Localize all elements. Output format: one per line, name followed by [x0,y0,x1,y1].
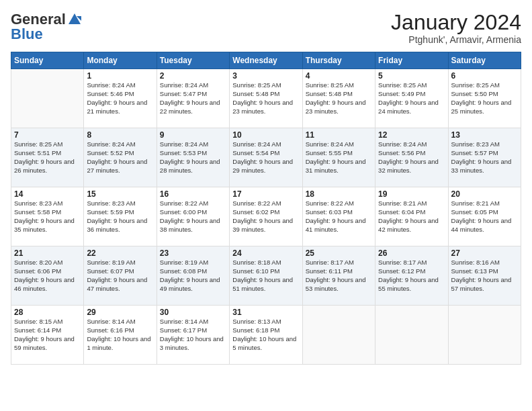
day-info: Sunrise: 8:24 AM Sunset: 5:56 PM Dayligh… [378,140,445,175]
calendar-cell: 7Sunrise: 8:25 AM Sunset: 5:51 PM Daylig… [11,128,84,187]
day-number: 1 [87,71,153,81]
day-number: 18 [306,189,372,199]
calendar-cell: 28Sunrise: 8:15 AM Sunset: 6:14 PM Dayli… [11,306,84,365]
calendar-cell [302,306,375,365]
day-number: 12 [378,130,445,140]
logo-blue: Blue [11,26,43,43]
title-block: January 2024 Ptghunk', Armavir, Armenia [391,11,521,45]
calendar: SundayMondayTuesdayWednesdayThursdayFrid… [11,52,521,365]
day-number: 16 [160,189,226,199]
day-info: Sunrise: 8:24 AM Sunset: 5:53 PM Dayligh… [160,140,226,175]
day-number: 22 [87,248,153,258]
day-info: Sunrise: 8:20 AM Sunset: 6:06 PM Dayligh… [14,259,81,293]
day-number: 9 [160,130,226,140]
day-number: 10 [232,130,299,140]
calendar-cell: 26Sunrise: 8:17 AM Sunset: 6:12 PM Dayli… [375,246,448,306]
day-info: Sunrise: 8:14 AM Sunset: 6:17 PM Dayligh… [160,318,226,352]
calendar-cell: 19Sunrise: 8:21 AM Sunset: 6:04 PM Dayli… [375,187,448,246]
weekday-header-wednesday: Wednesday [230,52,302,69]
calendar-cell: 18Sunrise: 8:22 AM Sunset: 6:03 PM Dayli… [302,187,375,246]
day-number: 23 [160,248,226,258]
logo-icon [67,12,82,27]
day-number: 26 [378,248,445,258]
day-info: Sunrise: 8:22 AM Sunset: 6:00 PM Dayligh… [160,199,226,234]
calendar-week-row: 21Sunrise: 8:20 AM Sunset: 6:06 PM Dayli… [11,246,521,306]
calendar-cell: 14Sunrise: 8:23 AM Sunset: 5:58 PM Dayli… [11,187,84,246]
day-number: 31 [232,308,299,317]
day-number: 11 [306,130,372,140]
day-number: 29 [87,308,153,317]
day-info: Sunrise: 8:23 AM Sunset: 5:59 PM Dayligh… [87,199,153,234]
day-number: 17 [232,189,299,199]
header: General Blue January 2024 Ptghunk', Arma… [11,11,521,45]
day-number: 8 [87,130,153,140]
day-number: 21 [14,248,81,258]
day-number: 13 [451,130,518,140]
calendar-week-row: 1Sunrise: 8:24 AM Sunset: 5:46 PM Daylig… [11,69,521,128]
day-number: 30 [160,308,226,317]
calendar-cell: 6Sunrise: 8:25 AM Sunset: 5:50 PM Daylig… [448,69,521,128]
day-info: Sunrise: 8:22 AM Sunset: 6:03 PM Dayligh… [306,199,372,234]
calendar-cell: 30Sunrise: 8:14 AM Sunset: 6:17 PM Dayli… [157,306,229,365]
weekday-header-saturday: Saturday [448,52,521,69]
calendar-week-row: 28Sunrise: 8:15 AM Sunset: 6:14 PM Dayli… [11,306,521,365]
calendar-cell: 21Sunrise: 8:20 AM Sunset: 6:06 PM Dayli… [11,246,84,306]
day-number: 14 [14,189,81,199]
month-title: January 2024 [391,11,521,34]
calendar-cell [375,306,448,365]
calendar-cell: 20Sunrise: 8:21 AM Sunset: 6:05 PM Dayli… [448,187,521,246]
calendar-cell: 12Sunrise: 8:24 AM Sunset: 5:56 PM Dayli… [375,128,448,187]
day-number: 4 [306,71,372,81]
day-info: Sunrise: 8:17 AM Sunset: 6:12 PM Dayligh… [378,259,445,293]
calendar-cell: 3Sunrise: 8:25 AM Sunset: 5:48 PM Daylig… [230,69,302,128]
calendar-cell: 10Sunrise: 8:24 AM Sunset: 5:54 PM Dayli… [230,128,302,187]
day-number: 19 [378,189,445,199]
day-info: Sunrise: 8:21 AM Sunset: 6:04 PM Dayligh… [378,199,445,234]
day-info: Sunrise: 8:25 AM Sunset: 5:50 PM Dayligh… [451,81,518,116]
calendar-cell: 2Sunrise: 8:24 AM Sunset: 5:47 PM Daylig… [157,69,229,128]
day-number: 2 [160,71,226,81]
calendar-cell: 1Sunrise: 8:24 AM Sunset: 5:46 PM Daylig… [84,69,157,128]
calendar-cell: 4Sunrise: 8:25 AM Sunset: 5:48 PM Daylig… [302,69,375,128]
svg-marker-0 [69,13,81,24]
day-info: Sunrise: 8:24 AM Sunset: 5:52 PM Dayligh… [87,140,153,175]
day-number: 28 [14,308,81,317]
calendar-cell: 8Sunrise: 8:24 AM Sunset: 5:52 PM Daylig… [84,128,157,187]
day-info: Sunrise: 8:21 AM Sunset: 6:05 PM Dayligh… [451,199,518,234]
calendar-cell: 25Sunrise: 8:17 AM Sunset: 6:11 PM Dayli… [302,246,375,306]
day-info: Sunrise: 8:24 AM Sunset: 5:55 PM Dayligh… [306,140,372,175]
calendar-cell: 24Sunrise: 8:18 AM Sunset: 6:10 PM Dayli… [230,246,302,306]
day-info: Sunrise: 8:25 AM Sunset: 5:48 PM Dayligh… [232,81,299,116]
calendar-cell: 5Sunrise: 8:25 AM Sunset: 5:49 PM Daylig… [375,69,448,128]
day-info: Sunrise: 8:17 AM Sunset: 6:11 PM Dayligh… [306,259,372,293]
calendar-week-row: 14Sunrise: 8:23 AM Sunset: 5:58 PM Dayli… [11,187,521,246]
calendar-cell: 15Sunrise: 8:23 AM Sunset: 5:59 PM Dayli… [84,187,157,246]
weekday-header-friday: Friday [375,52,448,69]
day-number: 27 [451,248,518,258]
weekday-header-sunday: Sunday [11,52,84,69]
weekday-header-monday: Monday [84,52,157,69]
day-number: 20 [451,189,518,199]
logo: General Blue [11,11,82,43]
day-info: Sunrise: 8:18 AM Sunset: 6:10 PM Dayligh… [232,259,299,293]
day-number: 3 [232,71,299,81]
day-info: Sunrise: 8:23 AM Sunset: 5:58 PM Dayligh… [14,199,81,234]
calendar-week-row: 7Sunrise: 8:25 AM Sunset: 5:51 PM Daylig… [11,128,521,187]
calendar-cell: 17Sunrise: 8:22 AM Sunset: 6:02 PM Dayli… [230,187,302,246]
calendar-cell: 31Sunrise: 8:13 AM Sunset: 6:18 PM Dayli… [230,306,302,365]
calendar-cell: 22Sunrise: 8:19 AM Sunset: 6:07 PM Dayli… [84,246,157,306]
calendar-cell: 27Sunrise: 8:16 AM Sunset: 6:13 PM Dayli… [448,246,521,306]
day-info: Sunrise: 8:25 AM Sunset: 5:48 PM Dayligh… [306,81,372,116]
day-info: Sunrise: 8:13 AM Sunset: 6:18 PM Dayligh… [232,318,299,352]
day-info: Sunrise: 8:19 AM Sunset: 6:08 PM Dayligh… [160,259,226,293]
day-number: 5 [378,71,445,81]
day-number: 24 [232,248,299,258]
day-number: 15 [87,189,153,199]
day-number: 25 [306,248,372,258]
calendar-cell [448,306,521,365]
day-info: Sunrise: 8:24 AM Sunset: 5:47 PM Dayligh… [160,81,226,116]
calendar-cell: 13Sunrise: 8:23 AM Sunset: 5:57 PM Dayli… [448,128,521,187]
day-info: Sunrise: 8:19 AM Sunset: 6:07 PM Dayligh… [87,259,153,293]
day-info: Sunrise: 8:25 AM Sunset: 5:49 PM Dayligh… [378,81,445,116]
calendar-cell: 23Sunrise: 8:19 AM Sunset: 6:08 PM Dayli… [157,246,229,306]
